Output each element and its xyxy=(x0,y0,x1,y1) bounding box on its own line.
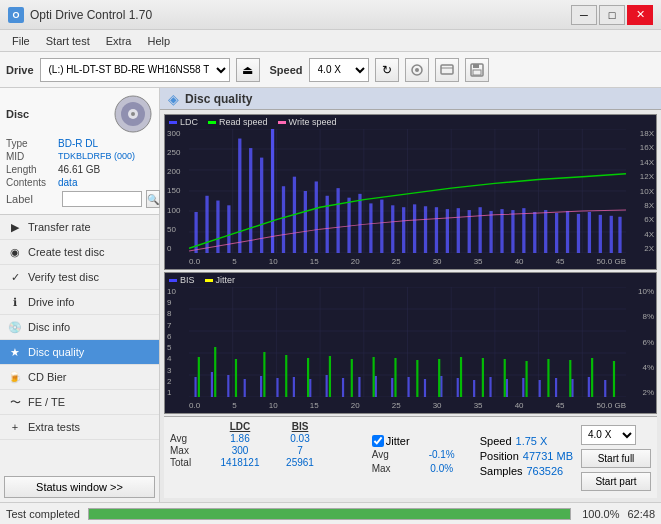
app-title: Opti Drive Control 1.70 xyxy=(30,8,152,22)
label-btn[interactable]: 🔍 xyxy=(146,190,160,208)
svg-rect-36 xyxy=(304,191,307,253)
menu-help[interactable]: Help xyxy=(139,33,178,49)
avg-bis: 0.03 xyxy=(270,433,330,444)
svg-rect-40 xyxy=(347,198,350,253)
nav-verify-test-disc[interactable]: ✓ Verify test disc xyxy=(0,265,159,290)
svg-rect-114 xyxy=(351,359,353,397)
svg-rect-116 xyxy=(394,358,396,397)
svg-rect-106 xyxy=(604,380,606,397)
nav-transfer-rate-label: Transfer rate xyxy=(28,221,91,233)
svg-rect-42 xyxy=(369,203,372,253)
svg-rect-95 xyxy=(424,379,426,397)
svg-rect-92 xyxy=(375,376,377,397)
max-bis: 7 xyxy=(270,445,330,456)
menu-bar: File Start test Extra Help xyxy=(0,30,661,52)
refresh-button[interactable]: ↻ xyxy=(375,58,399,82)
jitter-checkbox[interactable] xyxy=(372,435,384,447)
time-display: 62:48 xyxy=(627,508,655,520)
svg-rect-31 xyxy=(249,148,252,253)
svg-rect-64 xyxy=(610,216,613,253)
bottom-chart-legend: BIS Jitter xyxy=(169,275,235,285)
svg-rect-121 xyxy=(504,359,506,397)
close-button[interactable]: ✕ xyxy=(627,5,653,25)
eject-button[interactable]: ⏏ xyxy=(236,58,260,82)
svg-rect-30 xyxy=(238,139,241,253)
menu-start-test[interactable]: Start test xyxy=(38,33,98,49)
svg-rect-56 xyxy=(522,208,525,253)
speed-select-toolbar[interactable]: 4.0 X xyxy=(309,58,369,82)
nav-disc-quality[interactable]: ★ Disc quality xyxy=(0,340,159,365)
svg-rect-57 xyxy=(533,212,536,253)
nav-cd-bier[interactable]: 🍺 CD Bier xyxy=(0,365,159,390)
drive-select[interactable]: (L:) HL-DT-ST BD-RE WH16NS58 TST4 xyxy=(40,58,230,82)
svg-rect-107 xyxy=(198,357,200,397)
top-chart-svg xyxy=(189,129,626,253)
write-speed-legend-dot xyxy=(278,121,286,124)
status-window-button[interactable]: Status window >> xyxy=(4,476,155,498)
top-chart-y-left: 300 250 200 150 100 50 0 xyxy=(165,129,189,253)
nav-cd-bier-label: CD Bier xyxy=(28,371,67,383)
label-input[interactable] xyxy=(62,191,142,207)
sidebar: Disc Type BD-R DL MID TDKBLDRFB (000) Le… xyxy=(0,88,160,502)
nav-create-test-disc[interactable]: ◉ Create test disc xyxy=(0,240,159,265)
top-chart-y-right: 18X 16X 14X 12X 10X 8X 6X 4X 2X xyxy=(626,129,656,253)
disc-button[interactable] xyxy=(435,58,459,82)
svg-rect-38 xyxy=(326,196,329,253)
nav-drive-info-label: Drive info xyxy=(28,296,74,308)
content-header: ◈ Disc quality xyxy=(160,88,661,110)
start-part-button[interactable]: Start part xyxy=(581,472,651,491)
svg-rect-97 xyxy=(457,378,459,397)
minimize-button[interactable]: ─ xyxy=(571,5,597,25)
svg-rect-83 xyxy=(227,375,229,397)
menu-file[interactable]: File xyxy=(4,33,38,49)
write-speed-legend-label: Write speed xyxy=(289,117,337,127)
svg-rect-2 xyxy=(441,65,453,74)
bottom-chart: BIS Jitter 10 9 8 7 6 5 4 3 xyxy=(164,272,657,414)
disc-section-title: Disc xyxy=(6,108,29,120)
svg-rect-86 xyxy=(276,378,278,397)
svg-rect-53 xyxy=(489,211,492,253)
top-chart-legend: LDC Read speed Write speed xyxy=(169,117,336,127)
speed-dropdown[interactable]: 4.0 X2.0 X1.0 X xyxy=(581,425,636,445)
speed-label: Speed xyxy=(270,64,303,76)
status-text: Test completed xyxy=(6,508,80,520)
jitter-section: Jitter Avg -0.1% Max 0.0% xyxy=(372,421,472,494)
nav-extra-tests-label: Extra tests xyxy=(28,421,80,433)
svg-rect-102 xyxy=(539,380,541,397)
contents-val: data xyxy=(58,177,77,188)
save-button[interactable] xyxy=(465,58,489,82)
svg-rect-48 xyxy=(435,207,438,253)
svg-rect-123 xyxy=(547,359,549,397)
jitter-label: Jitter xyxy=(386,435,410,447)
svg-rect-39 xyxy=(336,188,339,253)
svg-rect-61 xyxy=(577,214,580,253)
svg-rect-63 xyxy=(599,215,602,253)
length-key: Length xyxy=(6,164,58,175)
length-val: 46.61 GB xyxy=(58,164,100,175)
svg-point-1 xyxy=(415,68,419,72)
nav-drive-info[interactable]: ℹ Drive info xyxy=(0,290,159,315)
nav-fe-te[interactable]: 〜 FE / TE xyxy=(0,390,159,415)
svg-rect-4 xyxy=(473,64,479,68)
jitter-legend-dot xyxy=(205,279,213,282)
svg-rect-96 xyxy=(440,376,442,397)
bis-legend-label: BIS xyxy=(180,275,195,285)
transfer-rate-icon: ▶ xyxy=(8,220,22,234)
maximize-button[interactable]: □ xyxy=(599,5,625,25)
stats-table: LDC BIS Avg 1.86 0.03 Max 300 7 xyxy=(170,421,364,494)
nav-verify-test-disc-label: Verify test disc xyxy=(28,271,99,283)
svg-rect-44 xyxy=(391,205,394,253)
charts-area: LDC Read speed Write speed 300 250 200 xyxy=(160,110,661,502)
mid-val: TDKBLDRFB (000) xyxy=(58,151,135,162)
nav-transfer-rate[interactable]: ▶ Transfer rate xyxy=(0,215,159,240)
start-full-button[interactable]: Start full xyxy=(581,449,651,468)
disc-info-panel: Disc Type BD-R DL MID TDKBLDRFB (000) Le… xyxy=(0,88,159,215)
bis-legend-dot xyxy=(169,279,177,282)
menu-extra[interactable]: Extra xyxy=(98,33,140,49)
svg-rect-55 xyxy=(511,210,514,253)
nav-disc-info[interactable]: 💿 Disc info xyxy=(0,315,159,340)
svg-rect-88 xyxy=(309,379,311,397)
burn-button[interactable] xyxy=(405,58,429,82)
svg-rect-119 xyxy=(460,357,462,397)
nav-extra-tests[interactable]: + Extra tests xyxy=(0,415,159,440)
